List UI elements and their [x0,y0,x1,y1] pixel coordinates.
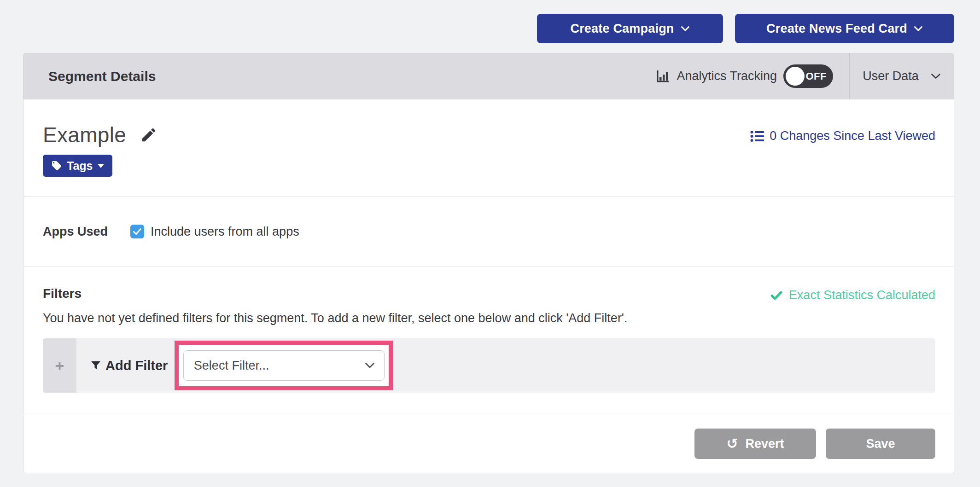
toggle-state-label: OFF [806,70,827,82]
save-button-label: Save [866,437,895,451]
tag-icon [51,160,62,171]
exact-statistics-label: Exact Statistics Calculated [789,288,935,302]
add-filter-row: + Add Filter Select Filter... [43,338,935,393]
toggle-knob [786,67,805,86]
segment-details-card: Segment Details Analytics Tracking [23,53,954,474]
save-button[interactable]: Save [826,429,935,459]
tags-button-label: Tags [67,159,93,173]
create-news-feed-card-button[interactable]: Create News Feed Card [735,14,954,43]
analytics-tracking-toggle[interactable]: OFF [783,64,833,88]
revert-button[interactable]: ↺ Revert [694,429,816,459]
plus-icon: + [55,357,64,375]
add-filter-group-button[interactable]: + [43,338,76,393]
filters-section: Filters Exact Statistics Calculated You … [23,267,954,413]
create-news-feed-card-label: Create News Feed Card [766,22,907,36]
user-data-label: User Data [863,69,919,83]
create-campaign-label: Create Campaign [570,22,674,36]
revert-button-label: Revert [746,437,784,451]
check-icon [770,291,782,300]
select-filter-placeholder: Select Filter... [194,359,269,373]
undo-arrow-icon: ↺ [726,437,738,451]
add-filter-label-group: Add Filter [90,358,168,373]
funnel-icon [90,360,101,371]
select-filter-dropdown[interactable]: Select Filter... [183,350,385,381]
add-filter-row-body: Add Filter Select Filter... [76,338,935,393]
create-campaign-button[interactable]: Create Campaign [537,14,723,43]
card-footer: ↺ Revert Save [23,413,954,474]
list-icon [750,130,764,142]
apps-used-section: Apps Used Include users from all apps [23,196,954,267]
filters-empty-message: You have not yet defined filters for thi… [43,311,935,325]
chevron-down-icon [681,26,690,32]
include-all-apps-checkbox[interactable] [130,225,144,238]
include-all-apps-label: Include users from all apps [151,225,299,239]
segment-title-section: Example 0 Changes Since Last Viewed [23,99,954,196]
changes-link-label: 0 Changes Since Last Viewed [770,129,935,143]
tags-button[interactable]: Tags [43,155,112,177]
user-data-dropdown[interactable]: User Data [850,53,954,99]
add-filter-label: Add Filter [105,358,168,373]
changes-since-last-viewed-link[interactable]: 0 Changes Since Last Viewed [750,129,935,143]
bar-chart-icon [655,69,670,84]
page-title: Segment Details [48,69,156,84]
check-icon [133,228,142,235]
segment-name: Example [43,122,126,147]
pencil-icon[interactable] [140,126,158,144]
chevron-down-icon [914,26,923,32]
chevron-down-icon [931,73,941,79]
segment-details-page: Create Campaign Create News Feed Card Se… [0,0,980,487]
top-action-bar: Create Campaign Create News Feed Card [537,14,954,43]
header-controls: Analytics Tracking OFF User Data [655,53,954,99]
analytics-tracking-group: Analytics Tracking [655,69,777,84]
apps-used-label: Apps Used [43,225,130,239]
analytics-tracking-label: Analytics Tracking [677,69,777,83]
exact-statistics-status: Exact Statistics Calculated [770,288,935,302]
card-header: Segment Details Analytics Tracking [23,53,954,99]
chevron-down-icon [365,362,375,369]
highlight-annotation-box: Select Filter... [175,341,393,390]
caret-down-icon [98,164,104,168]
